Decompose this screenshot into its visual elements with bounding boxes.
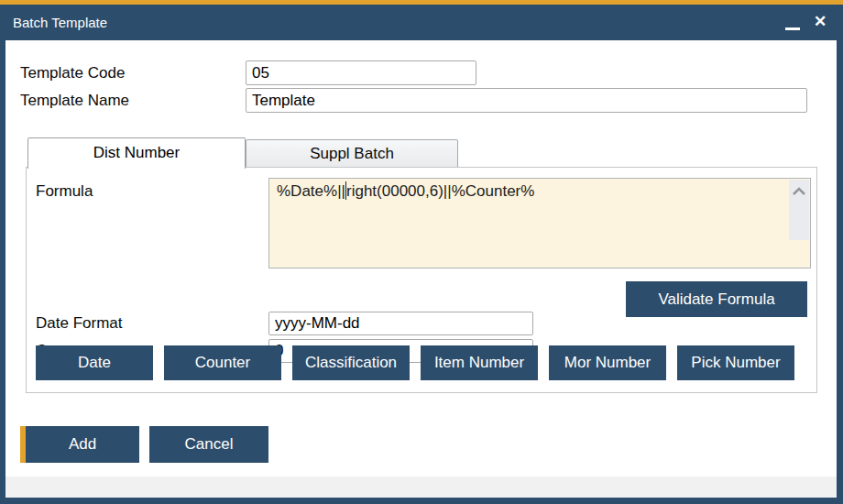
window-footer-strip — [5, 477, 837, 498]
template-code-input[interactable] — [246, 60, 476, 85]
template-code-label: Template Code — [20, 60, 125, 86]
token-button-date[interactable]: Date — [36, 345, 153, 380]
formula-textarea[interactable]: %Date%||right(00000,6)||%Counter% — [268, 178, 811, 268]
validate-formula-button[interactable]: Validate Formula — [626, 281, 807, 317]
add-button[interactable]: Add — [20, 426, 139, 463]
formula-scrollbar[interactable] — [789, 180, 809, 240]
token-button-counter[interactable]: Counter — [164, 345, 281, 380]
dialog-content: Template Code Template Name Dist Number … — [5, 40, 837, 498]
close-icon: ✕ — [808, 10, 832, 34]
date-format-label: Date Format — [36, 311, 122, 336]
close-button[interactable]: ✕ — [808, 10, 832, 34]
token-button-classification[interactable]: Classification — [292, 345, 410, 380]
token-button-item-number[interactable]: Item Number — [421, 345, 538, 380]
date-format-input[interactable] — [268, 312, 533, 335]
title-bar: Batch Template ✕ — [0, 5, 843, 40]
dist-number-panel: Formula %Date%||right(00000,6)||%Counter… — [26, 167, 817, 393]
batch-template-window: Batch Template ✕ Template Code Template … — [0, 0, 843, 504]
template-name-label: Template Name — [20, 88, 129, 114]
formula-label: Formula — [36, 179, 93, 204]
formula-text-before-caret: %Date%|| — [277, 182, 345, 200]
tab-suppl-batch[interactable]: Suppl Batch — [246, 139, 458, 168]
minimize-icon — [785, 27, 800, 30]
chevron-up-icon — [792, 187, 806, 196]
template-name-input[interactable] — [246, 88, 807, 113]
minimize-button[interactable] — [781, 10, 805, 34]
tab-dist-number[interactable]: Dist Number — [27, 137, 246, 169]
window-title: Batch Template — [13, 5, 107, 40]
formula-text-after-caret: right(00000,6)||%Counter% — [346, 182, 534, 200]
cancel-button[interactable]: Cancel — [149, 426, 268, 463]
token-button-mor-number[interactable]: Mor Number — [549, 345, 666, 380]
token-button-pick-number[interactable]: Pick Number — [677, 345, 794, 380]
